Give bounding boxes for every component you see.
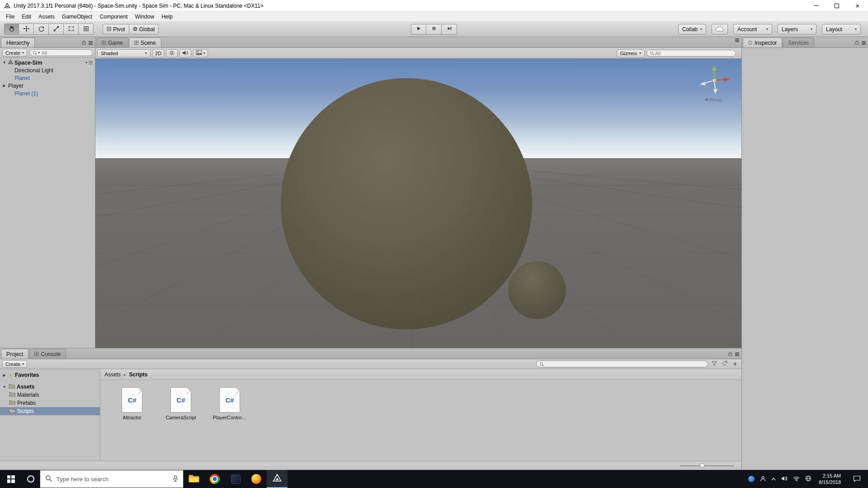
tab-console[interactable]: Console: [29, 349, 66, 359]
filter-by-label-button[interactable]: [721, 361, 729, 368]
menu-assets[interactable]: Assets: [35, 14, 58, 20]
maximize-icon: [835, 4, 839, 8]
maximize-button[interactable]: [826, 0, 847, 11]
foldout-open-icon[interactable]: ▼: [2, 61, 7, 65]
hierarchy-scene-row[interactable]: ▼ Space-Sim ▾: [0, 59, 95, 66]
transform-tool-button[interactable]: [79, 23, 94, 35]
tray-chevron-up-icon[interactable]: [771, 476, 776, 482]
lock-icon[interactable]: [728, 351, 732, 357]
scene-orientation-gizmo[interactable]: Persp: [692, 61, 737, 107]
layout-dropdown[interactable]: Layout ▾: [822, 24, 861, 34]
tab-project[interactable]: Project: [1, 349, 28, 359]
lock-icon[interactable]: [855, 40, 859, 46]
folder-row-materials[interactable]: Materials: [0, 391, 100, 399]
scene-search-input[interactable]: All: [646, 50, 736, 56]
panel-menu-icon[interactable]: [735, 40, 739, 41]
file-item-camerascript[interactable]: C# CameraScript: [162, 387, 200, 420]
play-button[interactable]: [411, 24, 426, 35]
action-center-button[interactable]: [848, 475, 865, 483]
globe-icon[interactable]: [805, 475, 811, 483]
folder-row-prefabs[interactable]: Prefabs: [0, 399, 100, 407]
menu-component[interactable]: Component: [96, 14, 131, 20]
file-explorer-button[interactable]: [184, 470, 204, 488]
tab-game[interactable]: Game: [96, 38, 128, 47]
flame-app-button[interactable]: [246, 470, 267, 488]
dark-app-button[interactable]: [225, 470, 246, 488]
scene-effects-dropdown[interactable]: ▾: [193, 49, 208, 57]
zoom-slider-thumb[interactable]: [700, 463, 705, 468]
foldout-closed-icon[interactable]: ▶: [2, 84, 7, 88]
start-button[interactable]: [0, 470, 22, 488]
hierarchy-item-player[interactable]: ▶ Player: [0, 82, 95, 89]
planet-1-object[interactable]: [508, 261, 566, 319]
account-dropdown[interactable]: Account ▾: [733, 24, 772, 34]
move-tool-button[interactable]: [19, 23, 34, 35]
hierarchy-item-planet-1[interactable]: Planet (1): [0, 89, 95, 97]
lock-icon[interactable]: [82, 40, 86, 46]
rotate-tool-button[interactable]: [34, 23, 49, 35]
tab-inspector[interactable]: i Inspector: [743, 38, 782, 47]
project-search-input[interactable]: [536, 361, 708, 367]
hierarchy-create-button[interactable]: Create ▾: [2, 49, 27, 56]
gizmos-dropdown[interactable]: Gizmos ▾: [617, 49, 645, 57]
planet-object[interactable]: [281, 78, 532, 329]
menu-gameobject[interactable]: GameObject: [58, 14, 96, 20]
microphone-icon[interactable]: [173, 475, 178, 483]
panel-menu-icon[interactable]: [89, 42, 93, 43]
breadcrumb-current[interactable]: Scripts: [129, 371, 148, 378]
scene-viewport[interactable]: Persp: [95, 59, 741, 348]
panel-menu-icon[interactable]: [862, 42, 866, 43]
hand-tool-button[interactable]: [4, 23, 19, 35]
filter-by-type-button[interactable]: [710, 361, 718, 368]
menu-help[interactable]: Help: [158, 14, 176, 20]
hierarchy-search-input[interactable]: ▾ All: [29, 49, 93, 56]
network-icon[interactable]: [793, 476, 800, 482]
file-item-attractor[interactable]: C# Attractor: [113, 387, 151, 420]
people-icon[interactable]: [760, 476, 766, 483]
step-button[interactable]: [442, 24, 457, 35]
shading-mode-dropdown[interactable]: Shaded ▾: [97, 49, 151, 57]
menu-file[interactable]: File: [2, 14, 18, 20]
global-toggle-button[interactable]: Global: [129, 24, 159, 34]
favorites-row[interactable]: ▶ ★ Favorites: [0, 371, 100, 379]
camera-mode-label[interactable]: Persp: [709, 97, 722, 103]
layers-dropdown[interactable]: Layers ▾: [778, 24, 816, 34]
tab-hierarchy[interactable]: Hierarchy: [1, 38, 35, 47]
volume-icon[interactable]: [781, 476, 788, 482]
tab-scene[interactable]: Scene: [129, 38, 161, 47]
pause-button[interactable]: [426, 24, 442, 35]
cloud-services-button[interactable]: [712, 24, 728, 34]
tray-app-icon[interactable]: [748, 476, 755, 482]
taskbar-search-input[interactable]: [57, 476, 169, 483]
scale-tool-button[interactable]: [49, 23, 64, 35]
pivot-toggle-button[interactable]: Pivot: [103, 24, 129, 34]
icon-zoom-slider[interactable]: [680, 465, 734, 466]
assets-root-row[interactable]: ▼ Assets: [0, 383, 100, 391]
scene-lighting-button[interactable]: [166, 49, 178, 57]
taskbar-clock[interactable]: 2:15 AM 8/15/2018: [817, 473, 843, 486]
rect-tool-button[interactable]: [64, 23, 79, 35]
tab-services[interactable]: Services: [783, 38, 814, 47]
menu-edit[interactable]: Edit: [18, 14, 35, 20]
cortana-button[interactable]: [22, 470, 40, 488]
collab-dropdown[interactable]: Collab ▾: [678, 24, 706, 34]
close-button[interactable]: ×: [847, 0, 868, 11]
save-search-button[interactable]: ★: [731, 361, 739, 368]
breadcrumb-root[interactable]: Assets: [104, 371, 121, 378]
folder-row-scripts[interactable]: Scripts: [0, 407, 100, 415]
minimize-button[interactable]: [806, 0, 826, 11]
unity-app-button[interactable]: [267, 470, 288, 488]
project-create-button[interactable]: Create ▾: [2, 360, 27, 368]
hierarchy-item-directional-light[interactable]: Directional Light: [0, 66, 95, 74]
scene-audio-button[interactable]: [179, 49, 191, 57]
foldout-closed-icon[interactable]: ▶: [2, 373, 7, 377]
hierarchy-item-planet[interactable]: Planet: [0, 74, 95, 82]
panel-menu-icon[interactable]: [735, 354, 739, 355]
foldout-open-icon[interactable]: ▼: [2, 385, 7, 389]
menu-window[interactable]: Window: [131, 14, 158, 20]
chrome-button[interactable]: [204, 470, 225, 488]
file-item-playercontroller[interactable]: C# PlayerContro…: [211, 387, 249, 420]
scene-row-menu[interactable]: ▾: [85, 61, 93, 65]
taskbar-search-box[interactable]: [40, 470, 184, 488]
toggle-2d-button[interactable]: 2D: [152, 49, 164, 57]
